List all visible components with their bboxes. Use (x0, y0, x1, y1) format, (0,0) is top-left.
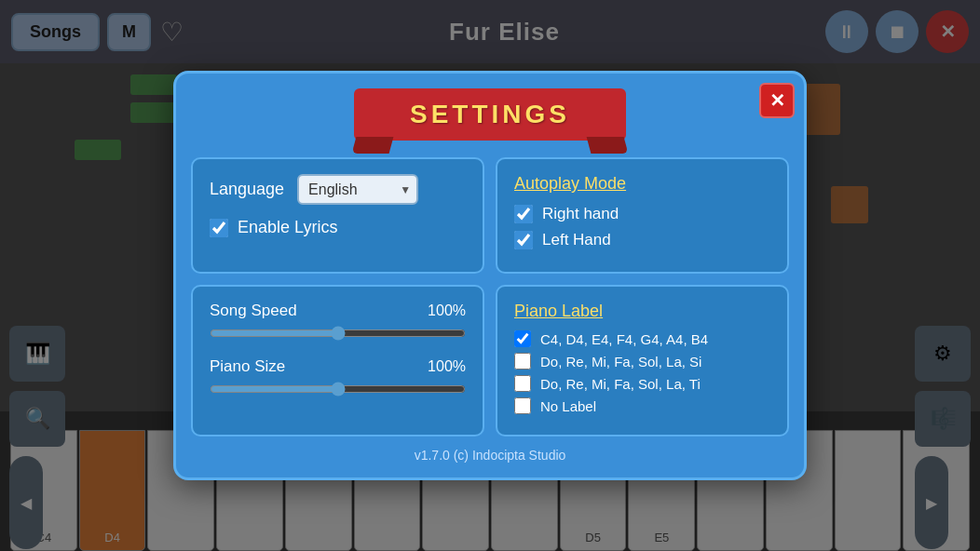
banner-ribbon-right (615, 96, 643, 133)
song-speed-section: Song Speed 100% (210, 302, 466, 344)
settings-banner: SETTINGS (191, 88, 789, 141)
piano-label-c4-row: C4, D4, E4, F4, G4, A4, B4 (514, 330, 770, 347)
banner-text: SETTINGS (410, 100, 570, 128)
song-speed-label: Song Speed (210, 302, 297, 320)
piano-label-none-row: No Label (514, 397, 770, 414)
song-speed-slider[interactable] (210, 326, 466, 341)
language-panel: Language English Spanish French German J… (191, 157, 484, 274)
left-hand-label[interactable]: Left Hand (542, 231, 611, 249)
enable-lyrics-row: Enable Lyrics (210, 218, 466, 237)
piano-label-si-row: Do, Re, Mi, Fa, Sol, La, Si (514, 353, 770, 370)
language-select-wrap: English Spanish French German Japanese (297, 174, 418, 205)
settings-grid: Language English Spanish French German J… (191, 157, 789, 437)
autoplay-panel: Autoplay Mode Right hand Left Hand (496, 157, 789, 274)
piano-label-none-checkbox[interactable] (514, 397, 531, 414)
language-label: Language (210, 180, 284, 199)
right-hand-label[interactable]: Right hand (542, 205, 619, 223)
piano-label-si-label[interactable]: Do, Re, Mi, Fa, Sol, La, Si (540, 354, 701, 370)
piano-label-si-checkbox[interactable] (514, 353, 531, 370)
speed-size-panel: Song Speed 100% Piano Size 100% (191, 285, 484, 437)
banner-container: SETTINGS (354, 88, 626, 141)
song-speed-value: 100% (428, 302, 466, 319)
left-hand-checkbox[interactable] (514, 231, 533, 249)
piano-label-panel: Piano Label C4, D4, E4, F4, G4, A4, B4 D… (496, 285, 789, 437)
piano-size-row: Piano Size 100% (210, 357, 466, 376)
enable-lyrics-checkbox[interactable] (210, 219, 228, 237)
piano-size-section: Piano Size 100% (210, 357, 466, 400)
right-hand-checkbox[interactable] (514, 205, 533, 223)
footer-text: v1.7.0 (c) Indocipta Studio (415, 448, 566, 463)
song-speed-row: Song Speed 100% (210, 302, 466, 320)
right-hand-row: Right hand (514, 205, 770, 223)
language-row: Language English Spanish French German J… (210, 174, 466, 205)
piano-label-c4-label[interactable]: C4, D4, E4, F4, G4, A4, B4 (540, 331, 708, 347)
left-hand-row: Left Hand (514, 231, 770, 249)
settings-dialog: ✕ SETTINGS Language English Spanish (173, 71, 807, 480)
piano-label-c4-checkbox[interactable] (514, 330, 531, 347)
dialog-footer: v1.7.0 (c) Indocipta Studio (191, 448, 789, 463)
piano-label-ti-label[interactable]: Do, Re, Mi, Fa, Sol, La, Ti (540, 376, 701, 392)
modal-overlay: ✕ SETTINGS Language English Spanish (0, 0, 980, 551)
piano-label-ti-checkbox[interactable] (514, 375, 531, 392)
piano-size-value: 100% (428, 358, 466, 375)
piano-label-ti-row: Do, Re, Mi, Fa, Sol, La, Ti (514, 375, 770, 392)
piano-label-none-label[interactable]: No Label (540, 398, 596, 414)
autoplay-title: Autoplay Mode (514, 174, 770, 194)
language-select[interactable]: English Spanish French German Japanese (297, 174, 418, 205)
piano-size-slider[interactable] (210, 382, 466, 396)
dialog-close-button[interactable]: ✕ (759, 83, 795, 118)
banner-ribbon-left (337, 96, 365, 133)
piano-size-label: Piano Size (210, 357, 285, 376)
piano-label-title: Piano Label (514, 302, 770, 321)
enable-lyrics-label[interactable]: Enable Lyrics (238, 218, 337, 237)
